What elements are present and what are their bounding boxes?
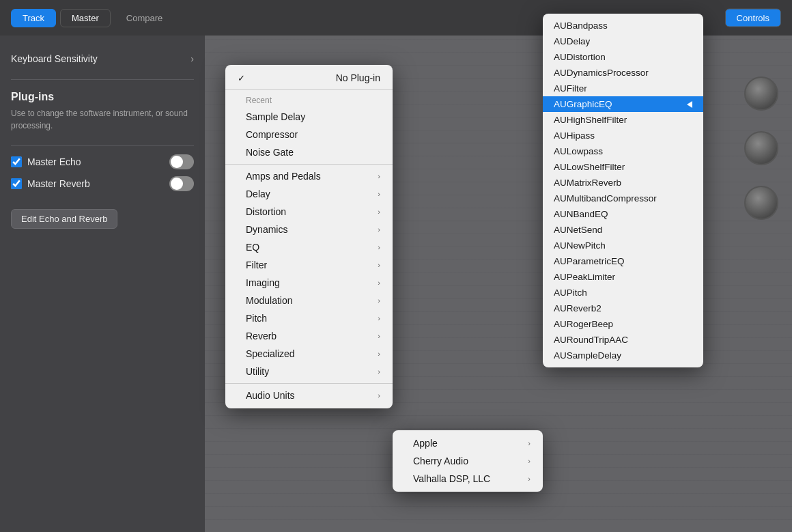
delay-chevron: › (378, 190, 380, 198)
aunewpitch[interactable]: AUNewPitch (543, 238, 703, 253)
knob-strip (744, 76, 778, 220)
master-echo-row: Master Echo (11, 154, 194, 169)
audistortion[interactable]: AUDistortion (543, 49, 703, 65)
menu1-divider-1 (225, 89, 393, 90)
kb-sensitivity-row[interactable]: Keyboard Sensitivity › (11, 46, 194, 71)
valhalla-item[interactable]: Valhalla DSP, LLC › (393, 470, 543, 488)
chevron-right-icon: › (190, 53, 194, 64)
plugins-desc: Use to change the software instrument, o… (11, 107, 194, 132)
amps-chevron: › (378, 172, 380, 180)
cherry-audio-item[interactable]: Cherry Audio › (393, 452, 543, 470)
category-amps[interactable]: Amps and Pedals › (225, 167, 393, 185)
plugins-title: Plug-ins (11, 91, 194, 103)
category-filter[interactable]: Filter › (225, 256, 393, 274)
reverb-chevron: › (378, 332, 380, 340)
master-echo-checkbox[interactable] (11, 156, 22, 167)
master-echo-toggle[interactable] (169, 154, 194, 169)
aureverb2[interactable]: AUReverb2 (543, 300, 703, 316)
utility-chevron: › (378, 367, 380, 376)
edit-echo-reverb-button[interactable]: Edit Echo and Reverb (11, 209, 117, 229)
ausampledelay[interactable]: AUSampleDelay (543, 348, 703, 363)
distortion-chevron: › (378, 208, 380, 216)
controls-button[interactable]: Controls (725, 9, 781, 27)
valhalla-chevron: › (528, 475, 531, 483)
knob-1[interactable] (744, 76, 778, 111)
category-utility[interactable]: Utility › (225, 363, 393, 380)
aunetsend[interactable]: AUNetSend (543, 222, 703, 238)
plugin-menu: No Plug-in Recent Sample Delay Compresso… (225, 65, 393, 408)
eq-chevron: › (378, 243, 380, 251)
master-reverb-row: Master Reverb (11, 176, 194, 191)
aulowshelffilter[interactable]: AULowShelfFilter (543, 159, 703, 175)
master-reverb-toggle[interactable] (169, 176, 194, 191)
aupeaklimiter[interactable]: AUPeakLimiter (543, 269, 703, 285)
master-button[interactable]: Master (60, 9, 111, 27)
category-delay[interactable]: Delay › (225, 185, 393, 203)
apple-chevron: › (528, 439, 531, 447)
category-dynamics[interactable]: Dynamics › (225, 221, 393, 238)
kb-sensitivity-label: Keyboard Sensitivity (11, 53, 98, 64)
audelay[interactable]: AUDelay (543, 33, 703, 49)
recent-header: Recent (225, 93, 393, 108)
auhighshelffilter[interactable]: AUHighShelfFilter (543, 112, 703, 128)
imaging-chevron: › (378, 279, 380, 287)
category-reverb[interactable]: Reverb › (225, 327, 393, 345)
aurogerbeep[interactable]: AURogerBeep (543, 316, 703, 332)
apple-item[interactable]: Apple › (393, 434, 543, 452)
category-imaging[interactable]: Imaging › (225, 274, 393, 292)
menu1-divider-3 (225, 383, 393, 384)
auroundtripaac[interactable]: AURoundTripAAC (543, 332, 703, 348)
master-echo-label: Master Echo (27, 156, 164, 167)
category-eq[interactable]: EQ › (225, 238, 393, 256)
auhipass[interactable]: AUHipass (543, 128, 703, 143)
specialized-chevron: › (378, 350, 380, 358)
track-button[interactable]: Track (11, 9, 56, 27)
modulation-chevron: › (378, 296, 380, 305)
au-items-menu: AUBandpass AUDelay AUDistortion AUDynami… (543, 14, 703, 367)
aufilter[interactable]: AUFilter (543, 81, 703, 96)
sidebar: Keyboard Sensitivity › Plug-ins Use to c… (0, 36, 205, 532)
divider-2 (11, 145, 194, 146)
augraphiceq[interactable]: AUGraphicEQ (543, 96, 703, 112)
compare-button[interactable]: Compare (115, 9, 174, 27)
master-reverb-checkbox[interactable] (11, 178, 22, 189)
audio-units-chevron: › (378, 391, 380, 400)
filter-chevron: › (378, 261, 380, 269)
dynamics-chevron: › (378, 225, 380, 234)
recent-compressor[interactable]: Compressor (225, 126, 393, 143)
audio-units-submenu: Apple › Cherry Audio › Valhalla DSP, LLC… (393, 430, 543, 492)
cursor-icon (687, 101, 692, 108)
cherry-audio-chevron: › (528, 457, 531, 465)
aubandpass[interactable]: AUBandpass (543, 18, 703, 33)
recent-noise-gate[interactable]: Noise Gate (225, 143, 393, 161)
auparametriceq[interactable]: AUParametricEQ (543, 253, 703, 269)
knob-3[interactable] (744, 186, 778, 220)
audio-units-item[interactable]: Audio Units › (225, 387, 393, 404)
master-reverb-label: Master Reverb (27, 178, 164, 189)
pitch-chevron: › (378, 314, 380, 322)
aunbandeq[interactable]: AUNBandEQ (543, 206, 703, 222)
divider-1 (11, 79, 194, 80)
category-specialized[interactable]: Specialized › (225, 345, 393, 363)
recent-sample-delay[interactable]: Sample Delay (225, 108, 393, 126)
aulowpass[interactable]: AULowpass (543, 143, 703, 159)
aumultibandcompressor[interactable]: AUMultibandCompressor (543, 191, 703, 206)
knob-2[interactable] (744, 131, 778, 165)
category-distortion[interactable]: Distortion › (225, 203, 393, 221)
category-pitch[interactable]: Pitch › (225, 309, 393, 327)
aumatrixreverb[interactable]: AUMatrixReverb (543, 175, 703, 191)
menu1-divider-2 (225, 164, 393, 165)
no-plugin-item[interactable]: No Plug-in (225, 69, 393, 87)
category-modulation[interactable]: Modulation › (225, 292, 393, 309)
aupitch[interactable]: AUPitch (543, 285, 703, 300)
audynamicsprocessor[interactable]: AUDynamicsProcessor (543, 65, 703, 81)
